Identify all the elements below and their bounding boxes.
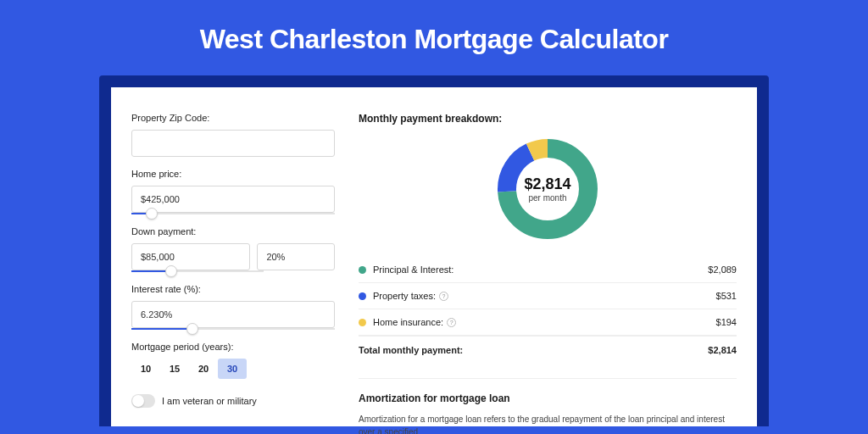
zip-label: Property Zip Code: bbox=[131, 113, 335, 123]
legend-total: Total monthly payment: $2,814 bbox=[359, 336, 737, 363]
legend-taxes-text: Property taxes: bbox=[373, 291, 436, 301]
veteran-toggle[interactable] bbox=[131, 394, 155, 408]
dot-principal-icon bbox=[359, 266, 366, 274]
info-icon[interactable]: ? bbox=[447, 318, 456, 327]
home-price-slider[interactable] bbox=[131, 213, 335, 214]
veteran-label: I am veteran or military bbox=[162, 396, 257, 406]
donut-center: $2,814 per month bbox=[495, 136, 600, 242]
slider-fill bbox=[131, 328, 192, 330]
home-price-group: Home price: bbox=[131, 169, 335, 214]
info-icon[interactable]: ? bbox=[439, 292, 448, 301]
legend-taxes-label: Property taxes: ? bbox=[373, 291, 716, 301]
page-title: West Charleston Mortgage Calculator bbox=[0, 0, 868, 75]
home-price-input[interactable] bbox=[131, 186, 335, 213]
toggle-knob bbox=[132, 395, 144, 407]
donut-chart: $2,814 per month bbox=[495, 136, 600, 242]
period-btn-15[interactable]: 15 bbox=[160, 359, 189, 379]
down-payment-slider[interactable] bbox=[131, 270, 264, 272]
slider-thumb[interactable] bbox=[186, 323, 198, 335]
breakdown-title: Monthly payment breakdown: bbox=[359, 113, 737, 125]
interest-rate-slider[interactable] bbox=[131, 328, 335, 330]
amortization-text: Amortization for a mortgage loan refers … bbox=[359, 413, 737, 434]
interest-rate-input[interactable] bbox=[131, 301, 335, 328]
down-payment-label: Down payment: bbox=[131, 226, 335, 236]
interest-rate-label: Interest rate (%): bbox=[131, 284, 335, 294]
interest-rate-group: Interest rate (%): bbox=[131, 284, 335, 330]
legend-insurance: Home insurance: ? $194 bbox=[359, 309, 737, 336]
donut-sub: per month bbox=[528, 193, 566, 203]
dot-taxes-icon bbox=[359, 292, 366, 300]
total-value: $2,814 bbox=[708, 345, 737, 355]
total-label: Total monthly payment: bbox=[359, 345, 708, 355]
zip-input[interactable] bbox=[131, 130, 335, 157]
amortization-section: Amortization for mortgage loan Amortizat… bbox=[359, 378, 737, 434]
home-price-label: Home price: bbox=[131, 169, 335, 179]
period-btn-20[interactable]: 20 bbox=[189, 359, 218, 379]
legend-principal-label: Principal & Interest: bbox=[373, 264, 708, 275]
down-payment-amount-input[interactable] bbox=[131, 243, 250, 270]
legend-taxes: Property taxes: ? $531 bbox=[359, 283, 737, 309]
period-group: Mortgage period (years): 10 15 20 30 bbox=[131, 342, 335, 379]
legend-insurance-label: Home insurance: ? bbox=[373, 317, 716, 327]
period-label: Mortgage period (years): bbox=[131, 342, 335, 352]
legend-principal-value: $2,089 bbox=[708, 264, 737, 275]
down-payment-group: Down payment: bbox=[131, 226, 335, 272]
down-payment-pct-input[interactable] bbox=[257, 243, 335, 270]
legend-insurance-text: Home insurance: bbox=[373, 317, 443, 327]
legend-taxes-value: $531 bbox=[716, 291, 737, 301]
card-frame: Property Zip Code: Home price: Down paym… bbox=[99, 75, 769, 426]
legend-principal: Principal & Interest: $2,089 bbox=[359, 257, 737, 283]
inputs-column: Property Zip Code: Home price: Down paym… bbox=[131, 113, 335, 426]
legend-insurance-value: $194 bbox=[716, 317, 737, 327]
amortization-title: Amortization for mortgage loan bbox=[359, 392, 737, 404]
period-btn-30[interactable]: 30 bbox=[218, 359, 247, 379]
calculator-card: Property Zip Code: Home price: Down paym… bbox=[111, 87, 757, 426]
slider-thumb[interactable] bbox=[146, 208, 158, 220]
period-buttons: 10 15 20 30 bbox=[131, 359, 335, 379]
veteran-row: I am veteran or military bbox=[131, 394, 335, 408]
period-btn-10[interactable]: 10 bbox=[131, 359, 160, 379]
donut-amount: $2,814 bbox=[524, 175, 570, 193]
donut-wrap: $2,814 per month bbox=[359, 136, 737, 242]
zip-field-group: Property Zip Code: bbox=[131, 113, 335, 157]
slider-thumb[interactable] bbox=[165, 265, 177, 277]
breakdown-column: Monthly payment breakdown: $2,814 per mo… bbox=[359, 113, 737, 426]
dot-insurance-icon bbox=[359, 319, 366, 326]
